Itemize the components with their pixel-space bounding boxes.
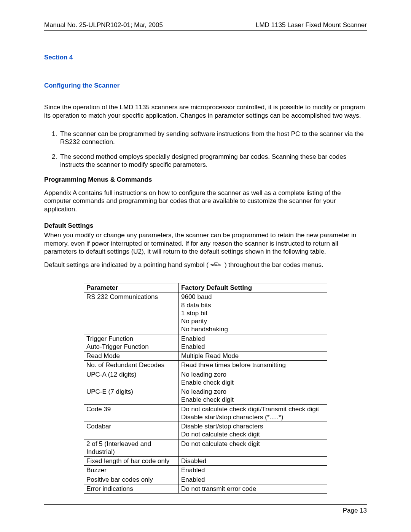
list-text: The scanner can be programmed by sending… — [60, 130, 367, 146]
cell-default: Multiple Read Mode — [179, 351, 327, 361]
intro-paragraph: Since the operation of the LMD 1135 scan… — [44, 103, 367, 120]
list-number: 1. — [52, 130, 60, 146]
cell-parameter: Codabar — [84, 422, 179, 439]
list-item: 1. The scanner can be programmed by send… — [52, 130, 367, 146]
cell-default: Disabled — [179, 457, 327, 466]
document-page: Manual No. 25-ULPNR102-01; Mar, 2005 LMD… — [0, 0, 411, 532]
defaults-table: Parameter Factory Default Setting RS 232… — [84, 283, 327, 494]
defaults-heading: Default Settings — [44, 222, 367, 230]
pointing-hand-icon — [210, 260, 223, 269]
cell-parameter: Code 39 — [84, 404, 179, 422]
hand-symbol-line: Default settings are indicated by a poin… — [44, 260, 367, 269]
col-header-default: Factory Default Setting — [179, 283, 327, 292]
table-row: UPC-E (7 digits)No leading zeroEnable ch… — [84, 387, 327, 405]
defaults-paragraph: When you modify or change any parameters… — [44, 231, 367, 256]
table-row: CodabarDisable start/stop charactersDo n… — [84, 422, 327, 439]
cell-parameter: RS 232 Communications — [84, 292, 179, 334]
table-row: No. of Redundant DecodesRead three times… — [84, 361, 327, 370]
table-row: Error indicationsDo not transmit error c… — [84, 484, 327, 493]
cell-parameter: Trigger FunctionAuto-Trigger Function — [84, 334, 179, 351]
list-text: The second method employs specially desi… — [60, 153, 367, 169]
cell-default: Do not calculate check digit — [179, 439, 327, 457]
defaults-table-wrap: Parameter Factory Default Setting RS 232… — [44, 283, 367, 494]
list-number: 2. — [52, 153, 60, 169]
menus-heading: Programming Menus & Commands — [44, 176, 367, 184]
cell-parameter: Buzzer — [84, 466, 179, 475]
table-row: Positive bar codes onlyEnabled — [84, 475, 327, 484]
cell-default: No leading zeroEnable check digit — [179, 370, 327, 387]
cell-parameter: UPC-A (12 digits) — [84, 370, 179, 387]
cell-parameter: Fixed length of bar code only — [84, 457, 179, 466]
cell-parameter: 2 of 5 (Interleaved and Industrial) — [84, 439, 179, 457]
cell-default: Do not transmit error code — [179, 484, 327, 493]
table-row: Trigger FunctionAuto-Trigger FunctionEna… — [84, 334, 327, 351]
table-row: UPC-A (12 digits)No leading zeroEnable c… — [84, 370, 327, 387]
table-row: RS 232 Communications9600 baud8 data bit… — [84, 292, 327, 334]
cell-default: Enabled — [179, 475, 327, 484]
cell-default: EnabledEnabled — [179, 334, 327, 351]
table-row: BuzzerEnabled — [84, 466, 327, 475]
page-footer: Page 13 — [44, 507, 367, 514]
col-header-parameter: Parameter — [84, 283, 179, 292]
cell-default: Disable start/stop charactersDo not calc… — [179, 422, 327, 439]
menus-paragraph: Appendix A contains full instructions on… — [44, 189, 367, 214]
header-right: LMD 1135 Laser Fixed Mount Scanner — [256, 21, 367, 29]
cell-parameter: Positive bar codes only — [84, 475, 179, 484]
header-left: Manual No. 25-ULPNR102-01; Mar, 2005 — [44, 21, 163, 29]
table-body: RS 232 Communications9600 baud8 data bit… — [84, 292, 327, 494]
table-row: Fixed length of bar code onlyDisabled — [84, 457, 327, 466]
list-item: 2. The second method employs specially d… — [52, 153, 367, 169]
hand-line-post: ) throughout the bar codes menus. — [225, 261, 323, 269]
footer-rule — [44, 504, 367, 505]
page-header: Manual No. 25-ULPNR102-01; Mar, 2005 LMD… — [44, 21, 367, 31]
cell-parameter: No. of Redundant Decodes — [84, 361, 179, 370]
section-title: Configuring the Scanner — [44, 82, 367, 89]
page-number: Page 13 — [343, 507, 367, 514]
cell-default: Do not calculate check digit/Transmit ch… — [179, 404, 327, 422]
cell-parameter: Error indications — [84, 484, 179, 493]
cell-parameter: UPC-E (7 digits) — [84, 387, 179, 405]
table-row: 2 of 5 (Interleaved and Industrial)Do no… — [84, 439, 327, 457]
table-header-row: Parameter Factory Default Setting — [84, 283, 327, 292]
section-label: Section 4 — [44, 54, 367, 61]
cell-default: Enabled — [179, 466, 327, 475]
numbered-list: 1. The scanner can be programmed by send… — [44, 130, 367, 169]
cell-parameter: Read Mode — [84, 351, 179, 361]
table-row: Code 39Do not calculate check digit/Tran… — [84, 404, 327, 422]
hand-line-pre: Default settings are indicated by a poin… — [44, 261, 209, 269]
table-row: Read ModeMultiple Read Mode — [84, 351, 327, 361]
cell-default: No leading zeroEnable check digit — [179, 387, 327, 405]
cell-default: Read three times before transmitting — [179, 361, 327, 370]
cell-default: 9600 baud8 data bits1 stop bitNo parityN… — [179, 292, 327, 334]
